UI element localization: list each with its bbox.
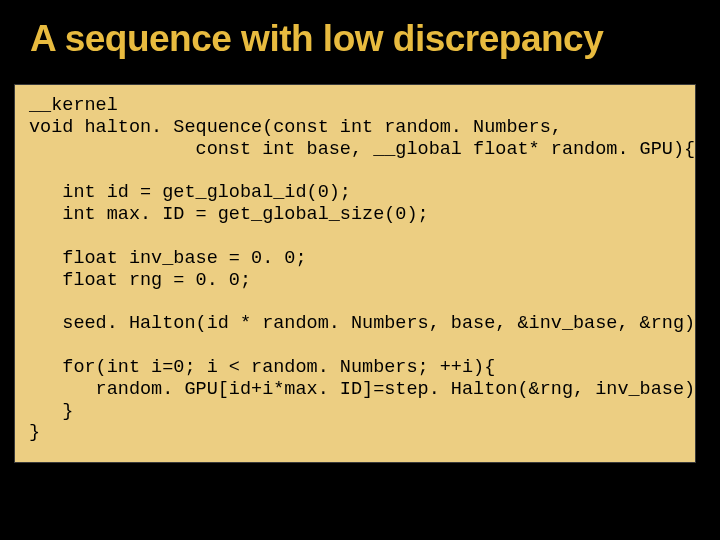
code-line: const int base, __global float* random. … [29,139,695,160]
code-line: __kernel [29,95,118,116]
code-line: void halton. Sequence(const int random. … [29,117,562,138]
code-line: } [29,422,40,443]
code-line: seed. Halton(id * random. Numbers, base,… [29,313,696,334]
code-line: float rng = 0. 0; [29,270,251,291]
code-line: for(int i=0; i < random. Numbers; ++i){ [29,357,495,378]
title-bar: A sequence with low discrepancy [0,0,720,70]
code-line: } [29,401,73,422]
code-line: float inv_base = 0. 0; [29,248,307,269]
slide-title: A sequence with low discrepancy [30,18,690,60]
code-line: random. GPU[id+i*max. ID]=step. Halton(&… [29,379,696,400]
code-line: int max. ID = get_global_size(0); [29,204,429,225]
code-line: int id = get_global_id(0); [29,182,351,203]
code-block: __kernel void halton. Sequence(const int… [14,84,696,463]
